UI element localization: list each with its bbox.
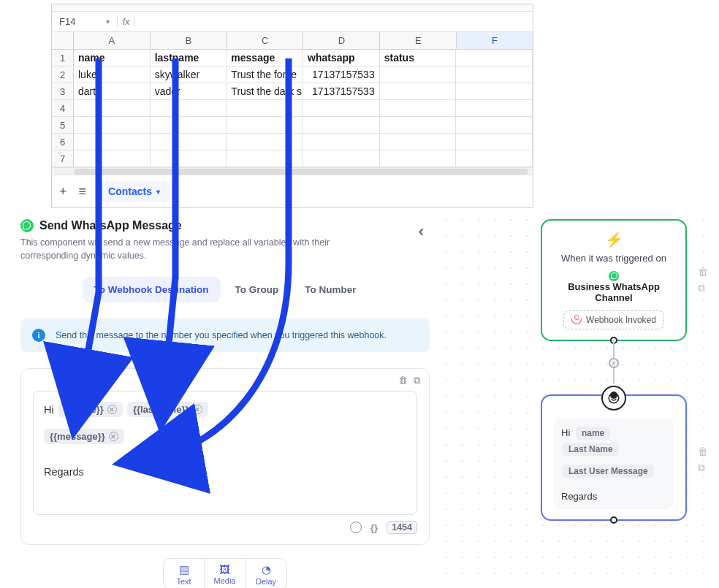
cell[interactable] bbox=[74, 100, 151, 116]
cell[interactable] bbox=[456, 83, 533, 99]
cell[interactable]: lastname bbox=[151, 50, 227, 66]
cell[interactable]: darth bbox=[74, 83, 151, 99]
cell[interactable] bbox=[303, 117, 380, 133]
add-media-button[interactable]: 🖼 Media bbox=[205, 559, 246, 588]
cell[interactable] bbox=[380, 66, 457, 83]
cell[interactable]: name bbox=[74, 50, 151, 66]
cell[interactable] bbox=[380, 150, 457, 167]
sheet-list-button[interactable]: ≡ bbox=[79, 184, 87, 199]
sheet-tab-contacts[interactable]: Contacts ▾ bbox=[98, 181, 170, 202]
col-header-b[interactable]: B bbox=[151, 32, 227, 49]
delete-card-icon[interactable]: 🗑 bbox=[398, 375, 408, 386]
row-header[interactable]: 7 bbox=[52, 150, 74, 167]
col-header-a[interactable]: A bbox=[74, 32, 151, 49]
copy-card-icon[interactable]: ⧉ bbox=[414, 375, 420, 386]
cell[interactable]: skywalker bbox=[151, 66, 227, 83]
col-header-d[interactable]: D bbox=[303, 32, 380, 49]
chevron-down-icon[interactable]: ▾ bbox=[106, 18, 110, 26]
info-icon: i bbox=[32, 329, 45, 342]
cell[interactable] bbox=[456, 50, 533, 66]
cell[interactable]: status bbox=[380, 50, 457, 66]
cell[interactable] bbox=[227, 150, 303, 167]
add-sheet-button[interactable]: + bbox=[59, 184, 67, 199]
cell[interactable]: Trust the dark s bbox=[227, 83, 303, 99]
cell[interactable] bbox=[303, 134, 380, 150]
copy-node-icon[interactable]: ⧉ bbox=[698, 462, 711, 474]
cell[interactable]: message bbox=[227, 50, 303, 66]
cell[interactable] bbox=[380, 100, 457, 116]
variable-chip-lastname[interactable]: {{lastname}} ✕ bbox=[127, 402, 208, 417]
row-header[interactable]: 6 bbox=[52, 134, 74, 150]
row-header[interactable]: 5 bbox=[52, 117, 74, 133]
cell[interactable] bbox=[74, 117, 151, 133]
trigger-node[interactable]: ⚡ When it was triggered on Business What… bbox=[541, 219, 687, 341]
whatsapp-icon bbox=[20, 219, 34, 232]
cell[interactable] bbox=[151, 134, 227, 150]
chip-label: {{lastname}} bbox=[133, 404, 189, 415]
cell[interactable] bbox=[380, 83, 457, 99]
cell[interactable] bbox=[380, 134, 457, 150]
tab-webhook[interactable]: To Webhook Destination bbox=[83, 277, 221, 302]
variable-chip-message[interactable]: {{message}} ✕ bbox=[44, 429, 124, 444]
collapse-panel-button[interactable]: ‹ bbox=[413, 219, 430, 244]
cell[interactable]: whatsapp bbox=[303, 50, 380, 66]
col-header-e[interactable]: E bbox=[380, 32, 457, 49]
regards-text: Regards bbox=[44, 466, 84, 478]
flow-canvas[interactable]: ⚡ When it was triggered on Business What… bbox=[438, 212, 719, 588]
webhook-chip[interactable]: Webhook Invoked bbox=[563, 310, 664, 329]
cell[interactable] bbox=[227, 117, 303, 133]
cell[interactable] bbox=[456, 66, 533, 83]
output-port[interactable] bbox=[610, 516, 617, 524]
col-header-f[interactable]: F bbox=[457, 32, 533, 49]
variable-chip-name[interactable]: {{name}} ✕ bbox=[58, 402, 123, 417]
webhook-icon bbox=[571, 315, 582, 325]
cell[interactable]: Trust the force bbox=[227, 66, 303, 83]
cell[interactable]: 17137157533 bbox=[303, 66, 380, 83]
greeting-text: Hi bbox=[44, 404, 54, 416]
cell[interactable] bbox=[456, 150, 533, 167]
message-body-input[interactable]: Hi {{name}} ✕ {{lastname}} ✕ {{message}}… bbox=[33, 391, 417, 515]
cell[interactable]: 17137157533 bbox=[303, 83, 380, 99]
row-header[interactable]: 3 bbox=[52, 83, 74, 99]
cell[interactable]: vader bbox=[151, 83, 227, 99]
delete-node-icon[interactable]: 🗑 bbox=[698, 266, 711, 278]
insert-variable-icon[interactable]: {} bbox=[370, 522, 378, 533]
row-header[interactable]: 4 bbox=[52, 100, 74, 116]
chevron-down-icon[interactable]: ▾ bbox=[156, 188, 160, 196]
remove-chip-icon[interactable]: ✕ bbox=[193, 405, 202, 414]
cell[interactable] bbox=[151, 150, 227, 167]
cell[interactable] bbox=[303, 100, 380, 116]
cell[interactable] bbox=[74, 134, 151, 150]
cell[interactable] bbox=[456, 100, 533, 116]
emoji-picker-icon[interactable] bbox=[350, 522, 362, 533]
cell[interactable]: luke bbox=[74, 66, 151, 83]
cell[interactable] bbox=[151, 100, 227, 116]
cell[interactable] bbox=[303, 150, 380, 167]
add-delay-button[interactable]: ◔ Delay bbox=[246, 559, 286, 588]
cell-reference[interactable]: F14 ▾ bbox=[52, 16, 118, 27]
cell[interactable] bbox=[456, 134, 533, 150]
cell[interactable] bbox=[380, 117, 457, 133]
col-header-c[interactable]: C bbox=[227, 32, 304, 49]
cell[interactable] bbox=[151, 117, 227, 133]
webhook-label: Webhook Invoked bbox=[586, 315, 656, 325]
copy-node-icon[interactable]: ⧉ bbox=[698, 282, 711, 294]
remove-chip-icon[interactable]: ✕ bbox=[107, 405, 117, 414]
row-header[interactable]: 1 bbox=[52, 50, 74, 66]
delete-node-icon[interactable]: 🗑 bbox=[698, 446, 711, 457]
horizontal-scrollbar[interactable] bbox=[52, 167, 533, 175]
cell[interactable] bbox=[456, 117, 533, 133]
remove-chip-icon[interactable]: ✕ bbox=[109, 432, 118, 441]
cell[interactable] bbox=[227, 134, 303, 150]
cell[interactable] bbox=[227, 100, 303, 116]
tab-group[interactable]: To Group bbox=[224, 277, 291, 302]
row-header[interactable]: 2 bbox=[52, 66, 74, 83]
message-footer: {} 1454 bbox=[33, 521, 417, 534]
message-node[interactable]: Hi name Last Name Last User Message Rega… bbox=[541, 394, 687, 521]
input-port[interactable] bbox=[610, 392, 617, 399]
select-all-corner[interactable] bbox=[52, 32, 74, 50]
cell[interactable] bbox=[74, 150, 151, 167]
tab-number[interactable]: To Number bbox=[293, 277, 368, 302]
add-node-between-button[interactable]: × bbox=[609, 358, 619, 368]
add-text-button[interactable]: ▤ Text bbox=[164, 559, 205, 588]
